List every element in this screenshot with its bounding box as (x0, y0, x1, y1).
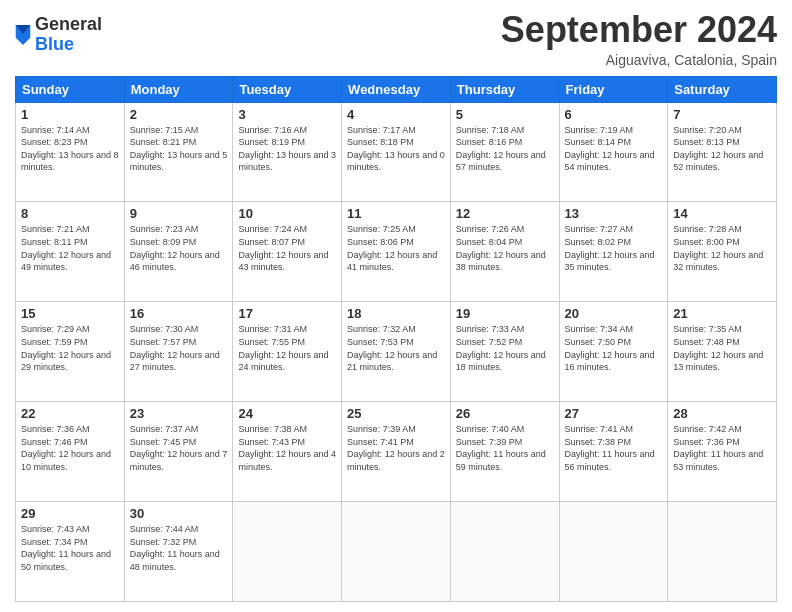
day-18: 18 Sunrise: 7:32 AMSunset: 7:53 PMDaylig… (342, 302, 451, 402)
day-7: 7 Sunrise: 7:20 AMSunset: 8:13 PMDayligh… (668, 102, 777, 202)
header-sunday: Sunday (16, 76, 125, 102)
day-14: 14 Sunrise: 7:28 AMSunset: 8:00 PMDaylig… (668, 202, 777, 302)
empty-cell-5 (668, 502, 777, 602)
empty-cell-2 (342, 502, 451, 602)
header-friday: Friday (559, 76, 668, 102)
header-thursday: Thursday (450, 76, 559, 102)
title-block: September 2024 Aiguaviva, Catalonia, Spa… (501, 10, 777, 68)
empty-cell-3 (450, 502, 559, 602)
location: Aiguaviva, Catalonia, Spain (501, 52, 777, 68)
header: General Blue September 2024 Aiguaviva, C… (15, 10, 777, 68)
header-tuesday: Tuesday (233, 76, 342, 102)
week-row-3: 15 Sunrise: 7:29 AMSunset: 7:59 PMDaylig… (16, 302, 777, 402)
month-title: September 2024 (501, 10, 777, 50)
day-22: 22 Sunrise: 7:36 AMSunset: 7:46 PMDaylig… (16, 402, 125, 502)
day-1: 1 Sunrise: 7:14 AMSunset: 8:23 PMDayligh… (16, 102, 125, 202)
day-5: 5 Sunrise: 7:18 AMSunset: 8:16 PMDayligh… (450, 102, 559, 202)
page: General Blue September 2024 Aiguaviva, C… (0, 0, 792, 612)
empty-cell-4 (559, 502, 668, 602)
header-wednesday: Wednesday (342, 76, 451, 102)
weekday-header-row: Sunday Monday Tuesday Wednesday Thursday… (16, 76, 777, 102)
day-23: 23 Sunrise: 7:37 AMSunset: 7:45 PMDaylig… (124, 402, 233, 502)
day-16: 16 Sunrise: 7:30 AMSunset: 7:57 PMDaylig… (124, 302, 233, 402)
day-3: 3 Sunrise: 7:16 AMSunset: 8:19 PMDayligh… (233, 102, 342, 202)
logo-blue: Blue (35, 35, 102, 55)
day-21: 21 Sunrise: 7:35 AMSunset: 7:48 PMDaylig… (668, 302, 777, 402)
day-24: 24 Sunrise: 7:38 AMSunset: 7:43 PMDaylig… (233, 402, 342, 502)
day-6: 6 Sunrise: 7:19 AMSunset: 8:14 PMDayligh… (559, 102, 668, 202)
week-row-5: 29 Sunrise: 7:43 AMSunset: 7:34 PMDaylig… (16, 502, 777, 602)
logo: General Blue (15, 15, 102, 55)
empty-cell-1 (233, 502, 342, 602)
day-12: 12 Sunrise: 7:26 AMSunset: 8:04 PMDaylig… (450, 202, 559, 302)
day-10: 10 Sunrise: 7:24 AMSunset: 8:07 PMDaylig… (233, 202, 342, 302)
day-9: 9 Sunrise: 7:23 AMSunset: 8:09 PMDayligh… (124, 202, 233, 302)
day-27: 27 Sunrise: 7:41 AMSunset: 7:38 PMDaylig… (559, 402, 668, 502)
day-26: 26 Sunrise: 7:40 AMSunset: 7:39 PMDaylig… (450, 402, 559, 502)
week-row-4: 22 Sunrise: 7:36 AMSunset: 7:46 PMDaylig… (16, 402, 777, 502)
week-row-2: 8 Sunrise: 7:21 AMSunset: 8:11 PMDayligh… (16, 202, 777, 302)
day-8: 8 Sunrise: 7:21 AMSunset: 8:11 PMDayligh… (16, 202, 125, 302)
day-28: 28 Sunrise: 7:42 AMSunset: 7:36 PMDaylig… (668, 402, 777, 502)
day-15: 15 Sunrise: 7:29 AMSunset: 7:59 PMDaylig… (16, 302, 125, 402)
logo-icon (15, 25, 31, 45)
header-monday: Monday (124, 76, 233, 102)
logo-text: General Blue (35, 15, 102, 55)
week-row-1: 1 Sunrise: 7:14 AMSunset: 8:23 PMDayligh… (16, 102, 777, 202)
day-30: 30 Sunrise: 7:44 AMSunset: 7:32 PMDaylig… (124, 502, 233, 602)
logo-general: General (35, 15, 102, 35)
day-29: 29 Sunrise: 7:43 AMSunset: 7:34 PMDaylig… (16, 502, 125, 602)
day-4: 4 Sunrise: 7:17 AMSunset: 8:18 PMDayligh… (342, 102, 451, 202)
header-saturday: Saturday (668, 76, 777, 102)
day-11: 11 Sunrise: 7:25 AMSunset: 8:06 PMDaylig… (342, 202, 451, 302)
day-2: 2 Sunrise: 7:15 AMSunset: 8:21 PMDayligh… (124, 102, 233, 202)
day-25: 25 Sunrise: 7:39 AMSunset: 7:41 PMDaylig… (342, 402, 451, 502)
day-20: 20 Sunrise: 7:34 AMSunset: 7:50 PMDaylig… (559, 302, 668, 402)
calendar-table: Sunday Monday Tuesday Wednesday Thursday… (15, 76, 777, 602)
day-19: 19 Sunrise: 7:33 AMSunset: 7:52 PMDaylig… (450, 302, 559, 402)
day-13: 13 Sunrise: 7:27 AMSunset: 8:02 PMDaylig… (559, 202, 668, 302)
day-17: 17 Sunrise: 7:31 AMSunset: 7:55 PMDaylig… (233, 302, 342, 402)
